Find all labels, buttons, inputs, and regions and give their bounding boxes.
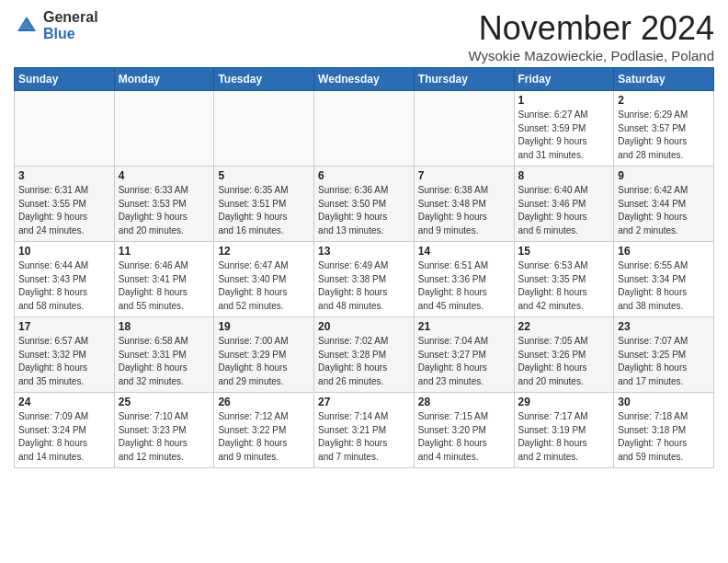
day-number: 3 (18, 169, 110, 182)
day-number: 18 (119, 320, 210, 333)
day-cell: 7Sunrise: 6:38 AM Sunset: 3:48 PM Daylig… (414, 167, 514, 242)
day-number: 23 (618, 320, 710, 333)
day-cell: 13Sunrise: 6:49 AM Sunset: 3:38 PM Dayli… (314, 242, 415, 317)
day-info: Sunrise: 6:49 AM Sunset: 3:38 PM Dayligh… (318, 259, 410, 313)
day-info: Sunrise: 6:53 AM Sunset: 3:35 PM Dayligh… (518, 259, 610, 313)
day-cell: 26Sunrise: 7:12 AM Sunset: 3:22 PM Dayli… (214, 393, 314, 468)
day-info: Sunrise: 6:31 AM Sunset: 3:55 PM Dayligh… (18, 184, 110, 237)
day-number: 28 (418, 396, 510, 408)
day-cell: 29Sunrise: 7:17 AM Sunset: 3:19 PM Dayli… (514, 393, 614, 468)
logo-blue: Blue (43, 26, 98, 42)
header-cell-sunday: Sunday (15, 68, 115, 91)
day-number: 15 (518, 245, 610, 258)
month-title: November 2024 (469, 9, 715, 48)
day-info: Sunrise: 6:42 AM Sunset: 3:44 PM Dayligh… (618, 184, 710, 237)
header-cell-tuesday: Tuesday (214, 68, 314, 91)
day-info: Sunrise: 7:17 AM Sunset: 3:19 PM Dayligh… (518, 410, 610, 464)
day-number: 2 (618, 94, 710, 107)
day-number: 22 (518, 320, 610, 333)
logo-text: General Blue (43, 9, 98, 41)
day-number: 26 (218, 396, 310, 408)
day-cell: 17Sunrise: 6:57 AM Sunset: 3:32 PM Dayli… (15, 317, 115, 393)
day-info: Sunrise: 7:15 AM Sunset: 3:20 PM Dayligh… (418, 410, 510, 464)
day-number: 29 (518, 396, 610, 408)
day-cell: 23Sunrise: 7:07 AM Sunset: 3:25 PM Dayli… (614, 317, 714, 393)
day-number: 27 (318, 396, 410, 408)
day-number: 5 (218, 169, 310, 182)
day-info: Sunrise: 6:47 AM Sunset: 3:40 PM Dayligh… (218, 259, 310, 313)
day-info: Sunrise: 6:40 AM Sunset: 3:46 PM Dayligh… (518, 184, 610, 237)
day-cell: 24Sunrise: 7:09 AM Sunset: 3:24 PM Dayli… (15, 393, 115, 468)
header-cell-thursday: Thursday (414, 68, 514, 91)
day-cell: 21Sunrise: 7:04 AM Sunset: 3:27 PM Dayli… (414, 317, 514, 393)
day-cell (414, 91, 514, 167)
day-info: Sunrise: 6:27 AM Sunset: 3:59 PM Dayligh… (518, 109, 610, 162)
day-info: Sunrise: 6:35 AM Sunset: 3:51 PM Dayligh… (218, 184, 310, 237)
day-cell: 8Sunrise: 6:40 AM Sunset: 3:46 PM Daylig… (514, 167, 614, 242)
day-cell: 19Sunrise: 7:00 AM Sunset: 3:29 PM Dayli… (214, 317, 314, 393)
week-row-3: 10Sunrise: 6:44 AM Sunset: 3:43 PM Dayli… (15, 242, 714, 317)
day-cell: 3Sunrise: 6:31 AM Sunset: 3:55 PM Daylig… (15, 167, 115, 242)
day-cell: 12Sunrise: 6:47 AM Sunset: 3:40 PM Dayli… (214, 242, 314, 317)
day-number: 20 (318, 320, 410, 333)
day-number: 7 (418, 169, 510, 182)
day-number: 6 (318, 169, 410, 182)
calendar-header: SundayMondayTuesdayWednesdayThursdayFrid… (15, 68, 714, 91)
day-cell: 30Sunrise: 7:18 AM Sunset: 3:18 PM Dayli… (614, 393, 714, 468)
day-cell: 11Sunrise: 6:46 AM Sunset: 3:41 PM Dayli… (114, 242, 214, 317)
day-info: Sunrise: 7:10 AM Sunset: 3:23 PM Dayligh… (119, 410, 210, 464)
header-cell-wednesday: Wednesday (314, 68, 415, 91)
calendar-body: 1Sunrise: 6:27 AM Sunset: 3:59 PM Daylig… (15, 91, 714, 468)
logo-icon (14, 13, 40, 39)
week-row-5: 24Sunrise: 7:09 AM Sunset: 3:24 PM Dayli… (15, 393, 714, 468)
day-cell: 10Sunrise: 6:44 AM Sunset: 3:43 PM Dayli… (15, 242, 115, 317)
day-cell: 4Sunrise: 6:33 AM Sunset: 3:53 PM Daylig… (114, 167, 214, 242)
day-info: Sunrise: 7:02 AM Sunset: 3:28 PM Dayligh… (318, 335, 410, 388)
day-cell: 6Sunrise: 6:36 AM Sunset: 3:50 PM Daylig… (314, 167, 415, 242)
day-number: 16 (618, 245, 710, 258)
day-info: Sunrise: 6:46 AM Sunset: 3:41 PM Dayligh… (119, 259, 210, 313)
day-info: Sunrise: 7:18 AM Sunset: 3:18 PM Dayligh… (618, 410, 710, 464)
day-info: Sunrise: 6:51 AM Sunset: 3:36 PM Dayligh… (418, 259, 510, 313)
day-number: 12 (218, 245, 310, 258)
day-cell: 5Sunrise: 6:35 AM Sunset: 3:51 PM Daylig… (214, 167, 314, 242)
day-info: Sunrise: 7:12 AM Sunset: 3:22 PM Dayligh… (218, 410, 310, 464)
day-cell: 22Sunrise: 7:05 AM Sunset: 3:26 PM Dayli… (514, 317, 614, 393)
day-cell: 20Sunrise: 7:02 AM Sunset: 3:28 PM Dayli… (314, 317, 415, 393)
week-row-2: 3Sunrise: 6:31 AM Sunset: 3:55 PM Daylig… (15, 167, 714, 242)
day-number: 19 (218, 320, 310, 333)
day-info: Sunrise: 7:00 AM Sunset: 3:29 PM Dayligh… (218, 335, 310, 388)
day-cell: 9Sunrise: 6:42 AM Sunset: 3:44 PM Daylig… (614, 167, 714, 242)
day-number: 10 (18, 245, 110, 258)
day-number: 11 (119, 245, 210, 258)
day-info: Sunrise: 6:33 AM Sunset: 3:53 PM Dayligh… (119, 184, 210, 237)
day-number: 24 (18, 396, 110, 408)
day-number: 25 (119, 396, 210, 408)
day-number: 1 (518, 94, 610, 107)
day-cell: 16Sunrise: 6:55 AM Sunset: 3:34 PM Dayli… (614, 242, 714, 317)
day-cell: 15Sunrise: 6:53 AM Sunset: 3:35 PM Dayli… (514, 242, 614, 317)
logo: General Blue (14, 9, 98, 41)
day-info: Sunrise: 7:09 AM Sunset: 3:24 PM Dayligh… (18, 410, 110, 464)
day-info: Sunrise: 6:44 AM Sunset: 3:43 PM Dayligh… (18, 259, 110, 313)
day-info: Sunrise: 7:05 AM Sunset: 3:26 PM Dayligh… (518, 335, 610, 388)
day-cell: 2Sunrise: 6:29 AM Sunset: 3:57 PM Daylig… (614, 91, 714, 167)
day-number: 30 (618, 396, 710, 408)
day-cell (15, 91, 115, 167)
location-title: Wysokie Mazowieckie, Podlasie, Poland (469, 48, 715, 63)
week-row-4: 17Sunrise: 6:57 AM Sunset: 3:32 PM Dayli… (15, 317, 714, 393)
day-info: Sunrise: 6:29 AM Sunset: 3:57 PM Dayligh… (618, 109, 710, 162)
day-info: Sunrise: 6:55 AM Sunset: 3:34 PM Dayligh… (618, 259, 710, 313)
day-number: 4 (119, 169, 210, 182)
header: General Blue November 2024 Wysokie Mazow… (14, 9, 714, 63)
title-area: November 2024 Wysokie Mazowieckie, Podla… (469, 9, 715, 63)
day-cell (114, 91, 214, 167)
day-cell: 14Sunrise: 6:51 AM Sunset: 3:36 PM Dayli… (414, 242, 514, 317)
header-cell-saturday: Saturday (614, 68, 714, 91)
week-row-1: 1Sunrise: 6:27 AM Sunset: 3:59 PM Daylig… (15, 91, 714, 167)
day-info: Sunrise: 7:04 AM Sunset: 3:27 PM Dayligh… (418, 335, 510, 388)
day-cell: 28Sunrise: 7:15 AM Sunset: 3:20 PM Dayli… (414, 393, 514, 468)
logo-general: General (43, 9, 98, 26)
day-cell (214, 91, 314, 167)
day-info: Sunrise: 7:14 AM Sunset: 3:21 PM Dayligh… (318, 410, 410, 464)
